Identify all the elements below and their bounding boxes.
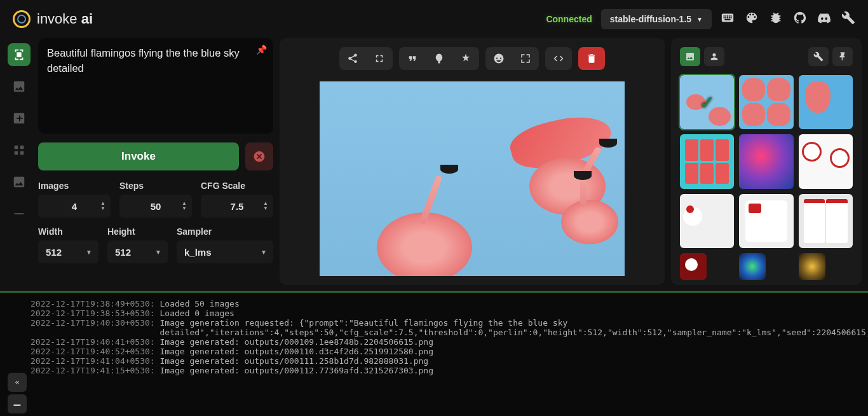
model-name: stable-diffusion-1.5 bbox=[610, 14, 691, 24]
gallery-thumb[interactable] bbox=[680, 194, 734, 248]
gallery-thumb[interactable] bbox=[739, 194, 793, 248]
fullscreen-button[interactable] bbox=[366, 47, 393, 70]
info-button[interactable] bbox=[545, 47, 572, 70]
console-minimize-button[interactable]: — bbox=[8, 394, 27, 413]
gallery-thumb[interactable] bbox=[680, 134, 734, 188]
use-seed-button[interactable] bbox=[426, 47, 452, 70]
gallery-images-tab[interactable] bbox=[680, 47, 700, 66]
gallery-thumb[interactable] bbox=[799, 194, 853, 248]
chevron-down-icon: ▼ bbox=[696, 16, 703, 23]
gallery-thumb[interactable] bbox=[680, 253, 707, 280]
pin-icon[interactable]: 📌 bbox=[256, 43, 267, 56]
options-panel: Beautiful flamingos flying the the blue … bbox=[38, 38, 280, 291]
sampler-select[interactable]: k_lms▼ bbox=[177, 240, 273, 263]
training-tab[interactable] bbox=[8, 202, 31, 225]
prompt-text: Beautiful flamingos flying the the blue … bbox=[47, 47, 240, 74]
cancel-button[interactable] bbox=[245, 142, 273, 170]
images-input[interactable]: 4▲▼ bbox=[38, 195, 111, 218]
console-line: 2022-12-17T19:38:49+0530: Loaded 50 imag… bbox=[31, 299, 837, 309]
cfg-input[interactable]: 7.5▲▼ bbox=[201, 195, 273, 218]
discord-icon[interactable] bbox=[817, 11, 831, 27]
face-restore-button[interactable] bbox=[485, 47, 512, 70]
delete-button[interactable] bbox=[578, 47, 605, 70]
unified-canvas-tab[interactable] bbox=[8, 107, 31, 130]
image-toolbar bbox=[339, 47, 605, 70]
wrench-icon[interactable] bbox=[841, 11, 855, 27]
canvas-panel bbox=[280, 38, 665, 285]
gallery-grid: ✓ bbox=[680, 75, 853, 280]
current-image[interactable] bbox=[320, 81, 625, 276]
width-select[interactable]: 512▼ bbox=[38, 240, 98, 263]
mode-sidebar bbox=[0, 38, 38, 291]
postprocess-tab[interactable] bbox=[8, 170, 31, 193]
images-label: Images bbox=[38, 181, 111, 191]
bug-icon[interactable] bbox=[769, 11, 783, 27]
console-line: 2022-12-17T19:38:53+0530: Loaded 0 image… bbox=[31, 309, 837, 318]
console-line: 2022-12-17T19:40:52+0530: Image generate… bbox=[31, 347, 837, 356]
gallery-panel: ✓ bbox=[671, 38, 862, 285]
console-line: 2022-12-17T19:40:30+0530: Image generati… bbox=[31, 318, 837, 337]
model-selector[interactable]: stable-diffusion-1.5 ▼ bbox=[601, 9, 712, 29]
github-icon[interactable] bbox=[793, 11, 807, 27]
app-logo: invoke ai bbox=[13, 10, 93, 28]
console-line: 2022-12-17T19:41:04+0530: Image generate… bbox=[31, 356, 837, 366]
console-line: 2022-12-17T19:41:15+0530: Image generate… bbox=[31, 366, 837, 375]
gallery-thumb[interactable] bbox=[799, 134, 853, 188]
gallery-settings-button[interactable] bbox=[808, 47, 829, 66]
gallery-thumb[interactable] bbox=[799, 253, 825, 280]
prompt-input[interactable]: Beautiful flamingos flying the the blue … bbox=[38, 38, 273, 134]
console-panel: « — 2022-12-17T19:38:49+0530: Loaded 50 … bbox=[0, 291, 868, 416]
width-label: Width bbox=[38, 226, 98, 237]
nodes-tab[interactable] bbox=[8, 139, 31, 162]
steps-label: Steps bbox=[119, 181, 192, 191]
gallery-thumb[interactable] bbox=[739, 134, 793, 188]
gallery-thumb[interactable] bbox=[739, 253, 766, 280]
txt2img-tab[interactable] bbox=[8, 43, 31, 66]
upscale-button[interactable] bbox=[512, 47, 539, 70]
palette-icon[interactable] bbox=[745, 11, 759, 27]
steps-input[interactable]: 50▲▼ bbox=[119, 195, 192, 218]
sampler-label: Sampler bbox=[177, 226, 273, 237]
gallery-thumb[interactable]: ✓ bbox=[680, 75, 734, 129]
keyboard-icon[interactable] bbox=[721, 11, 735, 27]
use-all-button[interactable] bbox=[452, 47, 479, 70]
height-label: Height bbox=[107, 226, 168, 237]
app-header: invoke ai Connected stable-diffusion-1.5… bbox=[0, 0, 868, 38]
cfg-label: CFG Scale bbox=[201, 181, 273, 191]
height-select[interactable]: 512▼ bbox=[107, 240, 168, 263]
gallery-thumb[interactable] bbox=[739, 75, 793, 129]
gallery-thumb[interactable] bbox=[799, 75, 853, 129]
console-line: 2022-12-17T19:40:41+0530: Image generate… bbox=[31, 337, 837, 347]
console-collapse-button[interactable]: « bbox=[8, 373, 27, 392]
img2img-tab[interactable] bbox=[8, 75, 31, 98]
app-title: invoke ai bbox=[37, 11, 93, 27]
logo-icon bbox=[13, 10, 31, 28]
gallery-pin-button[interactable] bbox=[832, 47, 853, 66]
use-prompt-button[interactable] bbox=[399, 47, 426, 70]
share-button[interactable] bbox=[339, 47, 366, 70]
connection-status: Connected bbox=[546, 14, 592, 24]
gallery-user-tab[interactable] bbox=[704, 47, 724, 66]
invoke-button[interactable]: Invoke bbox=[38, 142, 239, 170]
